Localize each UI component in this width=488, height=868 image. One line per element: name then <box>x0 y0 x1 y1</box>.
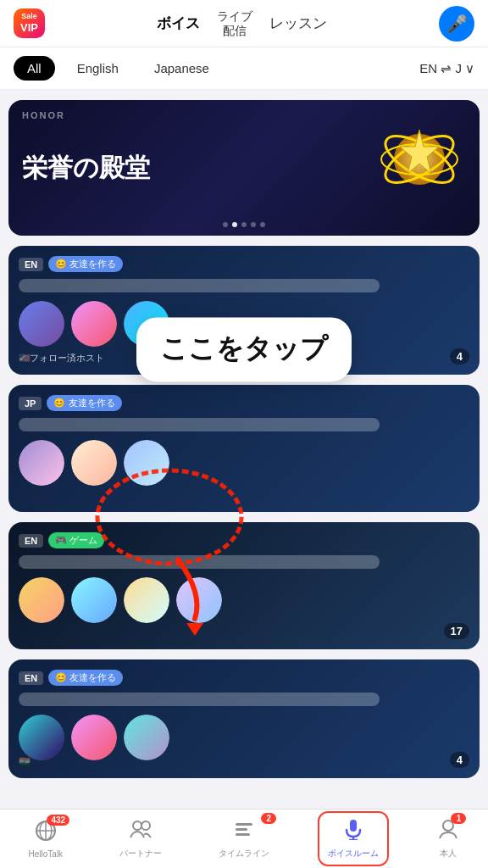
badge-hellotalk: 432 <box>47 815 69 826</box>
avatar-1-1 <box>19 301 64 347</box>
filter-english[interactable]: English <box>64 56 132 81</box>
avatar-2-1 <box>19 440 64 486</box>
banner-main-text: 栄誉の殿堂 <box>22 153 150 183</box>
nav-item-timeline[interactable]: 2 タイムライン <box>210 813 278 865</box>
avatar-2-3 <box>124 440 169 486</box>
badge-timeline: 2 <box>261 813 276 824</box>
sale-label: Sale <box>20 12 38 21</box>
room-type-tag-1: 😊 友達を作る <box>48 256 123 272</box>
nav-item-profile[interactable]: 1 本人 <box>429 813 468 865</box>
room-card-1[interactable]: EN 😊 友達を作る ✓ フォロー済ホスト 4 � <box>8 246 480 375</box>
filter-all[interactable]: All <box>14 56 55 81</box>
tab-voice[interactable]: ボイス <box>157 14 200 33</box>
main-content: HONOR 栄誉の殿堂 <box>0 90 488 810</box>
room-title-bar-2 <box>19 418 380 431</box>
avatar-3-3 <box>124 577 169 623</box>
svg-rect-14 <box>236 828 247 831</box>
bottom-nav: 432 HelloTalk パートナー <box>0 809 488 868</box>
partner-icon <box>129 818 152 845</box>
avatar-1-2 <box>71 301 117 347</box>
nav-label-voiceroom: ボイスルーム <box>328 848 379 860</box>
nav-label-profile: 本人 <box>440 848 457 860</box>
room-tags-1: EN 😊 友達を作る <box>19 256 469 272</box>
banner-dot-4 <box>251 222 256 227</box>
filter-bar: All English Japanese EN ⇌ J ∨ <box>0 47 488 90</box>
tab-live[interactable]: ライブ配信 <box>217 9 252 38</box>
avatar-3-1 <box>19 577 64 623</box>
svg-point-12 <box>141 821 150 830</box>
follow-text-1: フォロー済ホスト <box>30 352 104 364</box>
banner-dot-1 <box>223 222 228 227</box>
lang-tag-en-4: EN <box>19 671 43 685</box>
room-count-3: 17 <box>444 623 469 639</box>
room-title-bar-3 <box>19 555 380 569</box>
lang-tag-en-3: EN <box>19 534 43 548</box>
nav-label-partner: パートナー <box>119 848 162 860</box>
tab-lesson[interactable]: レッスン <box>269 14 327 33</box>
lang-tag-jp: JP <box>19 397 42 410</box>
badge-profile: 1 <box>451 813 466 824</box>
chevron-down-icon: ∨ <box>465 61 474 76</box>
room-tags-4: EN 😊 友達を作る <box>19 670 469 686</box>
lang-tag-en-1: EN <box>19 258 43 271</box>
avatar-4-2 <box>71 715 117 760</box>
room-type-tag-4: 😊 友達を作る <box>48 670 123 686</box>
banner-dot-5 <box>260 222 265 227</box>
avatar-2-2 <box>71 440 117 486</box>
room-title-bar-4 <box>19 693 380 706</box>
follow-bar-1: ✓ フォロー済ホスト <box>19 352 469 364</box>
top-nav: Sale VIP ボイス ライブ配信 レッスン 🎤 <box>0 0 488 47</box>
svg-rect-15 <box>236 833 250 836</box>
room-type-tag-3: 🎮 ゲーム <box>48 532 104 548</box>
trophy-icon <box>373 108 466 226</box>
nav-item-voiceroom[interactable]: ボイスルーム <box>318 811 389 866</box>
room-type-tag-2: 😊 友達を作る <box>47 395 121 411</box>
avatar-1-3 <box>124 301 169 347</box>
nav-item-hellotalk[interactable]: 432 HelloTalk <box>20 815 72 864</box>
banner-honor-text: HONOR <box>22 110 65 120</box>
room-tags-2: JP 😊 友達を作る <box>19 395 469 411</box>
nav-item-partner[interactable]: パートナー <box>111 813 170 865</box>
svg-rect-13 <box>236 823 252 826</box>
lang-toggle[interactable]: EN ⇌ J ∨ <box>419 61 474 76</box>
room-card-2[interactable]: JP 😊 友達を作る <box>8 385 480 512</box>
vip-badge[interactable]: Sale VIP <box>14 8 45 37</box>
nav-label-hellotalk: HelloTalk <box>29 849 64 859</box>
filter-japanese[interactable]: Japanese <box>141 56 223 81</box>
voiceroom-icon <box>342 818 364 845</box>
nav-label-timeline: タイムライン <box>219 848 269 860</box>
timeline-icon <box>233 818 255 845</box>
banner-dot-3 <box>241 222 247 227</box>
svg-rect-16 <box>350 820 357 832</box>
banner-card[interactable]: HONOR 栄誉の殿堂 <box>8 100 480 236</box>
avatar-4-3 <box>124 715 169 760</box>
room-count-4: 4 <box>450 752 469 768</box>
avatar-3-2 <box>71 577 117 623</box>
main-wrapper: Sale VIP ボイス ライブ配信 レッスン 🎤 All English Ja… <box>0 0 488 868</box>
vip-label: VIP <box>20 21 38 35</box>
mic-button[interactable]: 🎤 <box>439 6 474 42</box>
svg-point-11 <box>133 821 141 830</box>
lang-toggle-label: EN ⇌ J <box>419 61 462 76</box>
banner-dot-2 <box>232 222 237 227</box>
banner-dots <box>223 222 265 227</box>
room-tags-3: EN 🎮 ゲーム <box>19 532 469 548</box>
room-card-4[interactable]: EN 😊 友達を作る 4 🇮🇳 <box>8 659 480 778</box>
room-title-bar-1 <box>19 279 380 292</box>
avatar-3-4 <box>176 577 222 623</box>
room-count-1: 4 <box>450 348 469 364</box>
nav-tabs: ボイス ライブ配信 レッスン <box>157 9 327 38</box>
room-card-3[interactable]: EN 🎮 ゲーム 17 <box>8 522 480 649</box>
